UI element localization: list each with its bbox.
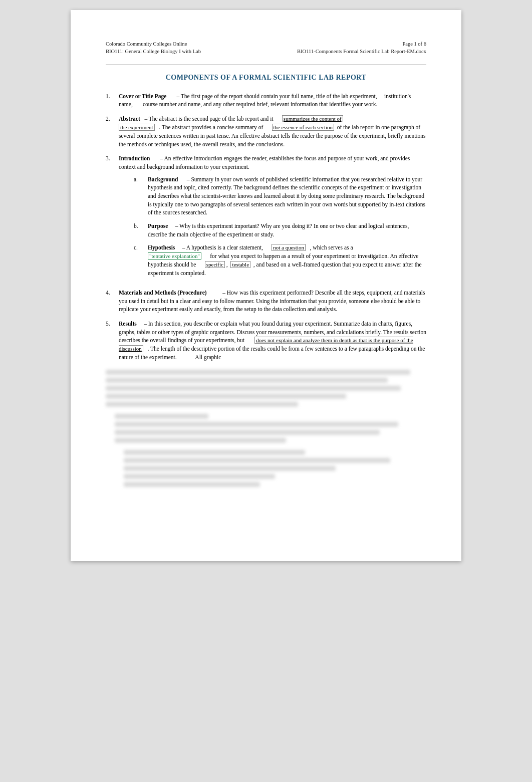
item-content-3: Introduction – An effective introduction… [119,154,426,283]
filename: BIO111-Components Formal Scientific Lab … [297,48,426,55]
highlight-summarizes: summarizes the content of [282,115,343,122]
item-num-2: 2. [106,115,115,148]
item-num-4: 4. [106,289,115,314]
sub-content-3a: Background – Summary in your own words o… [148,175,426,217]
header-divider [106,64,426,65]
list-item-1: 1. Cover or Title Page – The first page … [106,92,426,109]
header-right: Page 1 of 6 BIO111-Components Formal Sci… [297,40,426,55]
item-num-3: 3. [106,154,115,283]
sub-content-3b: Purpose – Why is this experiment importa… [148,222,426,238]
document-page: Colorado Community Colleges Online BIO11… [71,10,461,561]
sub-list-3: a. Background – Summary in your own word… [119,175,426,278]
list-item-3: 3. Introduction – An effective introduct… [106,154,426,283]
main-list: 1. Cover or Title Page – The first page … [106,92,426,362]
item-body-2b: . The abstract provides a concise summar… [156,124,272,130]
sub-letter-3c: c. [134,243,144,277]
sub-body-3c-b: , which serves as a [307,244,353,250]
item-content-4: Materials and Methods (Procedure) – How … [119,289,426,314]
blurred-content [106,370,426,487]
item-body-5b: . The length of the descriptive portion … [119,346,425,360]
item-num-1: 1. [106,92,115,109]
sub-body-3a: – Summary in your own words of published… [148,176,425,216]
item-body-2a: – The abstract is the second page of the… [142,116,282,122]
highlight-experiment: the experiment [119,124,155,131]
list-item-2: 2. Abstract – The abstract is the second… [106,115,426,148]
sub-letter-3b: b. [134,222,144,238]
sub-item-3c: c. Hypothesis – A hypothesis is a clear … [134,243,426,277]
item-title-5: Results [119,321,137,327]
highlight-testable: testable [230,261,250,268]
item-content-1: Cover or Title Page – The first page of … [119,92,426,109]
sub-body-3c-d: , [226,262,229,268]
sub-content-3c: Hypothesis – A hypothesis is a clear sta… [148,243,426,277]
item-body-3: – An effective introduction engages the … [119,155,410,170]
institution-name: Colorado Community Colleges Online [106,40,201,48]
sub-item-3b: b. Purpose – Why is this experiment impo… [134,222,426,238]
highlight-essence: the essence of each section [272,124,335,131]
item-num-5: 5. [106,320,115,362]
sub-letter-3a: a. [134,175,144,217]
highlight-tentative: "tentative explanation" [148,252,201,259]
item-title-4: Materials and Methods (Procedure) [119,290,207,296]
item-content-5: Results – In this section, you describe … [119,320,426,362]
item-title-3: Introduction [119,155,150,161]
highlight-not-question: not a question [272,244,306,251]
header-left: Colorado Community Colleges Online BIO11… [106,40,201,55]
item-title-2: Abstract [119,116,140,122]
sub-body-3b: – Why is this experiment important? Why … [148,223,409,237]
course-name: BIO111: General College Biology I with L… [106,48,201,55]
page-header: Colorado Community Colleges Online BIO11… [106,40,426,55]
sub-title-3a: Background [148,176,178,182]
sub-item-3a: a. Background – Summary in your own word… [134,175,426,217]
sub-title-3b: Purpose [148,223,168,229]
highlight-specific: specific [205,261,225,268]
list-item-4: 4. Materials and Methods (Procedure) – H… [106,289,426,314]
item-content-2: Abstract – The abstract is the second pa… [119,115,426,148]
list-item-5: 5. Results – In this section, you descri… [106,320,426,362]
item-title-1: Cover or Title Page [119,93,166,99]
sub-title-3c: Hypothesis [148,244,175,250]
sub-body-3c-a: – A hypothesis is a clear statement, [176,244,272,250]
page-number: Page 1 of 6 [297,40,426,48]
document-title: COMPONENTS OF A FORMAL SCIENTIFIC LAB RE… [106,73,426,83]
